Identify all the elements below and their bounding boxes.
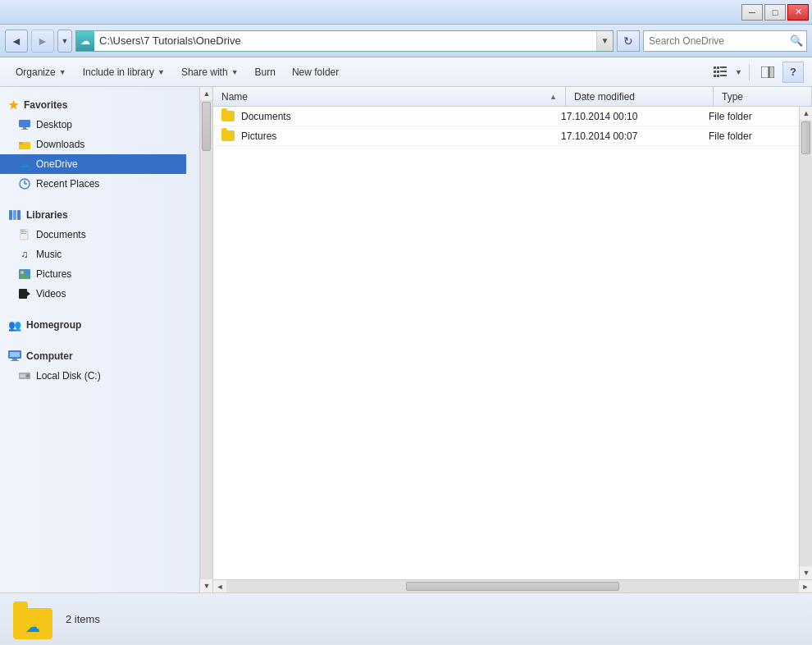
file-date-cell: 17.10.2014 00:10 — [553, 107, 700, 126]
view-options-button[interactable] — [709, 62, 732, 83]
column-type-label: Type — [722, 91, 743, 103]
sidebar-item-documents[interactable]: Documents — [0, 225, 186, 245]
column-name[interactable]: Name ▲ — [213, 87, 566, 106]
file-type-cell: File folder — [700, 107, 799, 126]
pictures-icon — [18, 268, 31, 281]
minimize-button[interactable]: ─ — [741, 4, 763, 21]
table-row[interactable]: Documents 17.10.2014 00:10 File folder — [213, 107, 799, 126]
forward-button[interactable]: ► — [31, 30, 54, 53]
sidebar-item-downloads[interactable]: Downloads — [0, 135, 186, 154]
sidebar-item-onedrive[interactable]: ☁ OneDrive — [0, 154, 186, 174]
sidebar-item-videos-label: Videos — [36, 288, 66, 300]
organize-label: Organize — [16, 66, 56, 78]
table-row[interactable]: Pictures 17.10.2014 00:07 File folder — [213, 126, 799, 146]
preview-pane-button[interactable] — [756, 62, 779, 83]
sidebar-item-music[interactable]: ♫ Music — [0, 245, 186, 264]
svg-rect-1 — [717, 66, 719, 69]
recent-places-icon — [18, 177, 31, 190]
svg-rect-25 — [21, 233, 26, 234]
svg-rect-15 — [19, 142, 23, 144]
column-type[interactable]: Type — [714, 87, 812, 106]
file-name-label: Pictures — [241, 130, 276, 142]
refresh-button[interactable]: ↻ — [617, 30, 640, 52]
sidebar-scroll-down[interactable]: ▼ — [200, 579, 213, 592]
sort-icon: ▲ — [550, 93, 557, 101]
back-button[interactable]: ◄ — [5, 30, 28, 53]
sidebar-scrollbar: ▲ ▼ — [199, 87, 212, 592]
sidebar-scroll-track[interactable] — [200, 100, 212, 579]
file-date-cell: 17.10.2014 00:07 — [553, 126, 700, 145]
address-input[interactable] — [94, 31, 596, 51]
svg-rect-29 — [19, 289, 27, 299]
scroll-track[interactable] — [800, 120, 812, 566]
libraries-label: Libraries — [26, 209, 68, 221]
scroll-thumb[interactable] — [801, 121, 810, 154]
h-scroll-left[interactable]: ◄ — [213, 580, 226, 593]
file-type-label: File folder — [709, 111, 752, 122]
homegroup-icon: 👥 — [8, 318, 21, 332]
search-icon[interactable]: 🔍 — [787, 31, 806, 51]
sidebar-item-documents-label: Documents — [36, 229, 86, 240]
h-scroll-track[interactable] — [226, 580, 799, 592]
toolbar: Organize ▼ Include in library ▼ Share wi… — [0, 57, 812, 87]
svg-rect-13 — [21, 129, 28, 130]
folder-icon — [221, 111, 235, 121]
homegroup-section-title: 👥 Homegroup — [0, 313, 186, 335]
sidebar-scroll-thumb[interactable] — [202, 102, 211, 151]
sidebar-container: ★ Favorites Desktop — [0, 87, 213, 592]
include-in-library-button[interactable]: Include in library ▼ — [75, 62, 172, 83]
libraries-icon — [8, 208, 21, 222]
organize-button[interactable]: Organize ▼ — [8, 62, 74, 83]
dropdown-button[interactable]: ▼ — [57, 30, 72, 53]
sidebar-item-local-disk[interactable]: Local Disk (C:) — [0, 366, 186, 386]
file-name-label: Documents — [241, 111, 291, 122]
h-scroll-right[interactable]: ► — [799, 580, 812, 593]
sidebar-item-desktop-label: Desktop — [36, 119, 72, 130]
new-folder-button[interactable]: New folder — [285, 62, 346, 83]
content-pane: Name ▲ Date modified Type Documents 17 — [213, 87, 812, 592]
share-with-button[interactable]: Share with ▼ — [174, 62, 246, 83]
maximize-button[interactable]: □ — [764, 4, 786, 21]
favorites-section-title: ★ Favorites — [0, 94, 186, 115]
burn-label: Burn — [255, 66, 276, 78]
svg-rect-37 — [20, 374, 25, 377]
h-scroll-thumb[interactable] — [406, 582, 619, 591]
address-dropdown-button[interactable]: ▼ — [596, 31, 613, 51]
column-date-modified[interactable]: Date modified — [566, 87, 714, 106]
svg-rect-7 — [717, 75, 719, 77]
help-button[interactable]: ? — [782, 62, 804, 83]
sidebar-item-pictures[interactable]: Pictures — [0, 264, 186, 284]
status-folder-icon: ☁ — [13, 600, 52, 639]
search-input[interactable] — [644, 35, 787, 47]
music-icon: ♫ — [18, 248, 31, 261]
computer-icon — [8, 350, 21, 363]
status-item-count: 2 items — [66, 613, 100, 625]
videos-icon — [18, 287, 31, 300]
svg-rect-21 — [17, 210, 21, 220]
share-dropdown-icon: ▼ — [231, 68, 239, 76]
scroll-up-arrow[interactable]: ▲ — [800, 107, 812, 120]
navigation-bar: ◄ ► ▼ ☁ ▼ ↻ 🔍 — [0, 25, 812, 57]
close-button[interactable]: ✕ — [787, 4, 809, 21]
sidebar-item-recent-places[interactable]: Recent Places — [0, 174, 186, 194]
sidebar-item-recent-places-label: Recent Places — [36, 178, 99, 190]
title-bar: ─ □ ✕ — [0, 0, 812, 25]
sidebar-item-onedrive-label: OneDrive — [36, 158, 78, 170]
address-bar: ☁ ▼ — [75, 30, 614, 52]
file-list-container: Documents 17.10.2014 00:10 File folder P… — [213, 107, 812, 579]
svg-rect-0 — [714, 66, 716, 69]
svg-rect-10 — [769, 66, 774, 78]
burn-button[interactable]: Burn — [248, 62, 283, 83]
sidebar-item-downloads-label: Downloads — [36, 139, 84, 150]
scroll-down-arrow[interactable]: ▼ — [800, 566, 812, 579]
organize-dropdown-icon: ▼ — [59, 68, 66, 76]
sidebar-item-videos[interactable]: Videos — [0, 284, 186, 304]
sidebar-item-desktop[interactable]: Desktop — [0, 115, 186, 135]
onedrive-icon: ☁ — [18, 158, 31, 171]
main-area: ★ Favorites Desktop — [0, 87, 812, 592]
sidebar-scroll-up[interactable]: ▲ — [200, 87, 213, 100]
file-date-label: 17.10.2014 00:10 — [561, 111, 637, 122]
svg-rect-3 — [714, 71, 716, 73]
address-cloud-icon: ☁ — [76, 31, 94, 51]
toolbar-right: ▼ ? — [709, 62, 804, 83]
